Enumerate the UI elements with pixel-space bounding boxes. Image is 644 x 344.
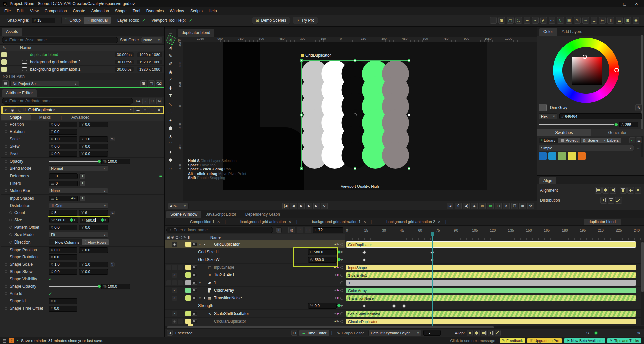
- lock-cell[interactable]: [166, 265, 171, 270]
- flow-rows-option[interactable]: ⫶Flow Rows: [82, 239, 109, 245]
- keyframe-diamond[interactable]: [362, 304, 366, 308]
- display-icon[interactable]: ▢: [495, 203, 502, 209]
- add-item-button[interactable]: +: [79, 196, 85, 201]
- generator-tab[interactable]: Generator: [591, 129, 644, 136]
- viewport-settings-icon[interactable]: ⚙: [527, 203, 534, 209]
- grid-view-icon[interactable]: ⊞: [624, 17, 631, 24]
- layer-color-chip[interactable]: [185, 288, 191, 293]
- align-right-icon[interactable]: ⊢: [599, 17, 606, 24]
- attr-tab-shape[interactable]: Shape: [1, 114, 31, 120]
- keyframe-icon[interactable]: [337, 258, 341, 261]
- selection-handle[interactable]: [354, 167, 356, 170]
- scene-filter[interactable]: 🗎Scene: [581, 138, 601, 143]
- attribute-layer-header[interactable]: ∨ ◉ ⠿ GridDuplicator ≡◂▸⌖⊞✕: [1, 106, 164, 114]
- attr-field-X[interactable]: X0.0: [49, 225, 77, 230]
- camera-toggle[interactable]: [192, 319, 197, 323]
- attr-field-Y[interactable]: Y0.0: [79, 144, 108, 149]
- attr-dropdown[interactable]: Normal∨: [49, 165, 108, 171]
- prev-key-icon[interactable]: ◀: [334, 274, 336, 276]
- comp-tab[interactable]: background grid animation 1✕: [307, 219, 371, 225]
- keyframe-dot[interactable]: [5, 249, 7, 251]
- timeline-horizontal-scrollbar[interactable]: [165, 326, 644, 329]
- next-message-link[interactable]: Click to see next message: [450, 339, 495, 343]
- ellipse-tool-icon[interactable]: ●: [167, 116, 175, 124]
- demo-scenes-button[interactable]: ⊟Demo Scenes: [252, 17, 290, 24]
- project-folder-icon[interactable]: ▤: [2, 80, 9, 87]
- clear-search-icon[interactable]: ⊗: [156, 98, 162, 104]
- audio-icon[interactable]: ◀): [463, 203, 470, 209]
- columns-icon[interactable]: ⫴: [607, 17, 614, 24]
- comp-tab-active[interactable]: duplicator blend: [584, 219, 621, 225]
- eyedropper-tool-icon[interactable]: ✎: [167, 52, 175, 60]
- skip-to-start-button[interactable]: |◀: [282, 203, 289, 209]
- enabled-checkbox[interactable]: ✓: [172, 288, 177, 293]
- selection-handle[interactable]: [300, 114, 303, 116]
- attr-field-Z[interactable]: Z0.0: [49, 129, 77, 135]
- skip-to-end-button[interactable]: ▶|: [313, 203, 320, 209]
- connection-circle[interactable]: [340, 320, 343, 323]
- next-key-icon[interactable]: ▶: [341, 304, 343, 307]
- status-badge[interactable]: ☀Tips and Tricks: [607, 338, 641, 343]
- layer-row[interactable]: ✓✕1to2 & 4to1◀▶: [165, 271, 345, 279]
- timeline-bar[interactable]: 1: [346, 280, 636, 286]
- layer-color-chip[interactable]: [185, 295, 191, 301]
- keyframe-icon[interactable]: [337, 304, 341, 307]
- layer-color-chip[interactable]: [185, 280, 191, 285]
- visibility-eye-icon[interactable]: ◉: [9, 107, 16, 113]
- timeline-bar[interactable]: GridDuplicator: [346, 242, 636, 247]
- pivot-point[interactable]: [354, 113, 357, 116]
- next-icon[interactable]: ▶: [74, 197, 76, 200]
- selection-handle[interactable]: [408, 167, 410, 170]
- mask-overlay-icon[interactable]: ▩: [487, 203, 494, 209]
- grid-view-icon[interactable]: ⁘: [629, 137, 635, 143]
- keyframe-dot[interactable]: [5, 270, 7, 273]
- selection-handle[interactable]: [354, 59, 356, 62]
- attr-field-Y[interactable]: Y0.0: [79, 151, 108, 157]
- connection-circle[interactable]: [340, 243, 343, 246]
- comp-tab[interactable]: background grid animation✕: [236, 219, 296, 225]
- prev-icon[interactable]: ◀: [71, 197, 73, 200]
- keyframe-dot[interactable]: [5, 263, 7, 266]
- track-row[interactable]: Color Array: [345, 287, 644, 294]
- export-arrow-icon[interactable]: ⇥: [524, 17, 530, 24]
- sparkle-tool-icon[interactable]: ✦: [167, 148, 175, 156]
- align-keys-top-button[interactable]: [488, 330, 494, 336]
- align-center-h-button[interactable]: [602, 187, 609, 194]
- align-center-icon[interactable]: ⊥: [591, 17, 597, 24]
- close-icon[interactable]: ✕: [217, 220, 220, 224]
- pointer-plus-icon[interactable]: ➤: [503, 203, 510, 209]
- attribute-value-field[interactable]: %0.0: [308, 303, 337, 309]
- utility-tool-icon[interactable]: ✱: [167, 156, 175, 164]
- trash-icon[interactable]: ⌫: [156, 80, 162, 87]
- grid-overlay-icon[interactable]: ⊞: [479, 203, 486, 209]
- graph-editor-tab[interactable]: ∿Graph Editor: [334, 330, 367, 336]
- asset-row[interactable]: background grid animation 1 30.00fps1920…: [0, 66, 164, 73]
- camera-toggle[interactable]: [192, 296, 197, 300]
- selection-handle[interactable]: [408, 114, 410, 116]
- enabled-checkbox[interactable]: ✓: [172, 311, 177, 316]
- next-key-icon[interactable]: ▶: [341, 258, 343, 261]
- lock-cell[interactable]: [166, 280, 171, 285]
- attr-field-X[interactable]: X0.0: [49, 151, 77, 157]
- current-color-swatch[interactable]: [539, 104, 547, 111]
- layer-row[interactable]: ▢inputShape◀▶: [165, 264, 345, 271]
- arc-tool-icon[interactable]: ⌒: [167, 140, 175, 148]
- expand-icon[interactable]: ∨: [198, 243, 202, 246]
- keyframe-dot[interactable]: [5, 300, 7, 302]
- stack-icon[interactable]: ≣: [159, 174, 162, 178]
- keyframe-dot[interactable]: [5, 145, 7, 148]
- attr-field-Y[interactable]: Y0.0: [79, 122, 108, 127]
- cube-cell[interactable]: [178, 265, 183, 270]
- attr-dropdown[interactable]: None∨: [49, 188, 108, 194]
- selection-handle[interactable]: [300, 59, 303, 62]
- keyframe-dot[interactable]: [9, 211, 12, 214]
- selection-handle[interactable]: [300, 167, 303, 170]
- eye-icon[interactable]: ◉: [172, 319, 177, 324]
- menu-window[interactable]: Window: [167, 8, 187, 14]
- time-editor-tab[interactable]: ≣Time Editor: [299, 330, 329, 336]
- pen-tool-icon[interactable]: ✐: [167, 60, 175, 68]
- timeline-bar[interactable]: inputShape: [346, 265, 636, 270]
- close-icon[interactable]: ✕: [156, 107, 162, 113]
- status-badge[interactable]: ♕Upgrade to Pro: [527, 338, 561, 343]
- group-option[interactable]: ⠿Group: [62, 17, 84, 24]
